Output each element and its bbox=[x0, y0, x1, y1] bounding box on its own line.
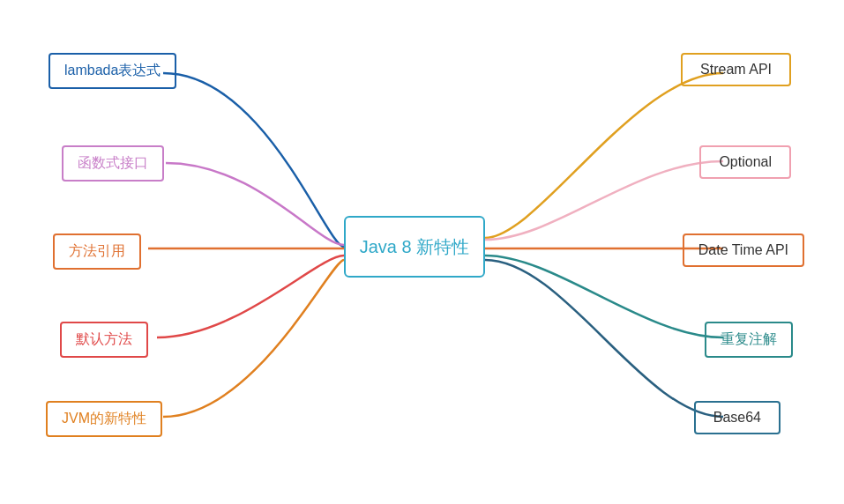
node-moren: 默认方法 bbox=[60, 322, 148, 358]
node-chongfu: 重复注解 bbox=[705, 322, 793, 358]
node-stream: Stream API bbox=[681, 53, 791, 86]
node-fangfa: 方法引用 bbox=[53, 233, 141, 270]
node-lambada: lambada表达式 bbox=[49, 53, 176, 89]
center-node: Java 8 新特性 bbox=[344, 216, 485, 278]
node-hanshu: 函数式接口 bbox=[62, 145, 164, 182]
node-jvm: JVM的新特性 bbox=[46, 401, 162, 437]
node-datetime: Date Time API bbox=[683, 233, 804, 267]
node-base64: Base64 bbox=[694, 401, 781, 434]
node-optional: Optional bbox=[699, 145, 791, 179]
